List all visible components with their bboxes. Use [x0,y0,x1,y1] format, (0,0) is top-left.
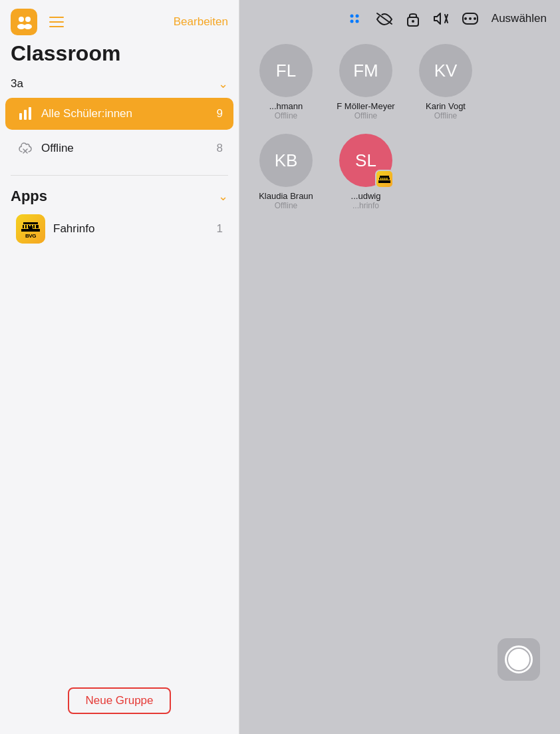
fahrinfo-app-icon: BVG [16,214,45,244]
fahrinfo-count: 1 [217,222,223,236]
svg-rect-16 [35,225,36,229]
student-card[interactable]: FM F Möller-Meyer Offline [333,44,399,120]
group-chevron-down-icon: ⌄ [218,77,228,91]
nav-alle-label: Alle Schüler:innen [41,107,217,120]
svg-rect-13 [27,225,28,229]
group-name: 3a [11,77,23,91]
svg-rect-5 [24,110,27,120]
chart-icon [16,104,35,123]
apps-label: Apps [11,188,47,205]
app-item-fahrinfo[interactable]: BVG Fahrinfo 1 [5,209,233,249]
student-status: Offline [354,111,377,120]
svg-point-21 [355,20,358,23]
nav-offline-count: 8 [217,142,223,155]
neue-gruppe-button[interactable]: Neue Gruppe [68,687,170,714]
toolbar: Auswählen [239,0,560,37]
cloud-off-icon [16,139,35,158]
student-avatar: FM [339,44,392,97]
svg-rect-32 [380,176,389,178]
svg-point-18 [350,15,353,18]
mute-icon[interactable] [433,11,449,27]
student-avatar: SL [339,134,392,187]
student-avatar: KV [419,44,472,97]
nav-alle-count: 9 [217,107,223,120]
student-status: Offline [434,111,457,120]
sidebar-header-left [11,9,67,35]
group-selector[interactable]: 3a ⌄ [0,71,239,96]
eye-off-icon[interactable] [376,12,393,25]
sidebar: Bearbeiten Classroom 3a ⌄ Alle Schüler:i… [0,0,239,734]
apps-section-header[interactable]: Apps ⌄ [0,178,239,208]
svg-point-0 [19,17,24,22]
apps-chevron-down-icon: ⌄ [218,189,228,204]
nav-item-offline[interactable]: Offline 8 [5,132,233,164]
auswahlen-button[interactable]: Auswählen [491,12,547,25]
apps-icon[interactable] [347,11,362,27]
svg-rect-9 [21,229,40,232]
student-card[interactable]: SL ...udwig ...hrinfo [333,134,399,210]
menu-icon[interactable] [47,14,67,30]
bearbeiten-button[interactable]: Bearbeiten [174,15,228,29]
student-status: Offline [275,111,297,120]
classroom-avatar-icon[interactable] [11,9,37,35]
fahrinfo-label: Fahrinfo [53,222,217,236]
screenshot-button[interactable] [497,638,540,681]
sidebar-header: Bearbeiten [0,0,239,37]
svg-rect-36 [386,178,388,180]
student-card[interactable]: KB Klaudia Braun Offline [253,134,319,210]
student-card[interactable]: KV Karin Vogt Offline [412,44,479,120]
sidebar-title: Classroom [0,37,239,71]
student-name: Klaudia Braun [259,191,313,201]
more-icon[interactable] [462,11,478,27]
sidebar-footer: Neue Gruppe [0,687,239,714]
student-avatar: FL [259,44,313,97]
svg-rect-34 [382,178,384,180]
svg-rect-4 [19,113,22,120]
student-status: Offline [275,201,297,210]
svg-point-23 [412,20,414,23]
student-avatar: KB [259,134,313,187]
svg-rect-30 [378,180,390,183]
divider [11,175,228,176]
main-content: Auswählen FL ...hmann Offline FM F Mölle… [239,0,560,734]
nav-offline-label: Offline [41,142,217,155]
svg-rect-17 [29,226,33,229]
students-grid: FL ...hmann Offline FM F Möller-Meyer Of… [239,37,560,217]
svg-point-28 [474,17,476,20]
svg-rect-12 [24,225,25,229]
svg-rect-11 [23,222,38,224]
svg-point-19 [355,15,358,18]
screenshot-inner-icon [508,649,529,670]
svg-point-1 [25,17,31,22]
svg-point-20 [350,20,353,23]
svg-point-27 [469,17,472,20]
student-name: F Möller-Meyer [337,101,394,111]
student-name: ...hmann [269,101,303,111]
svg-rect-6 [29,107,31,120]
screenshot-circle-icon [505,645,533,673]
lock-icon[interactable] [406,11,420,27]
app-badge-fahrinfo [375,170,394,188]
nav-item-alle[interactable]: Alle Schüler:innen 9 [5,98,233,130]
svg-point-3 [24,24,32,29]
svg-rect-33 [380,178,382,180]
student-status: ...hrinfo [352,201,379,210]
svg-rect-35 [384,178,386,180]
svg-point-26 [464,17,467,20]
student-card[interactable]: FL ...hmann Offline [253,44,319,120]
student-name: ...udwig [351,191,381,201]
student-name: Karin Vogt [426,101,466,111]
